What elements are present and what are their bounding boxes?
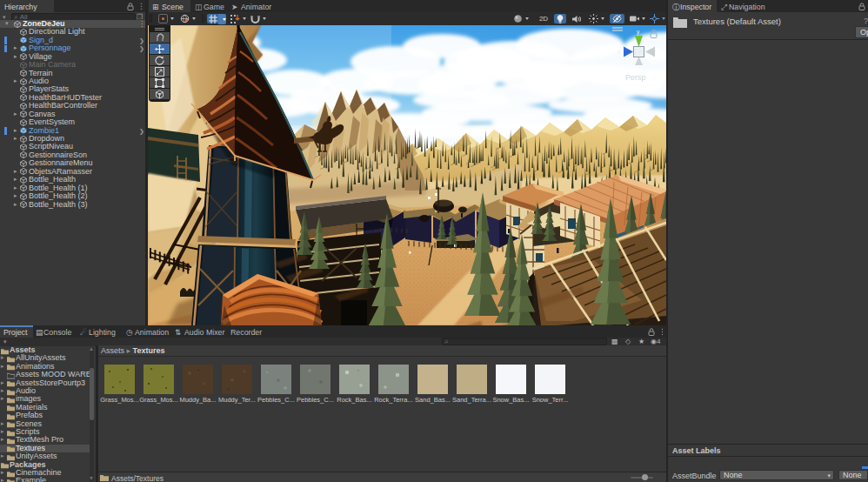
svg-text:y: y (637, 29, 640, 36)
svg-text:z: z (618, 49, 621, 55)
svg-text:Persp: Persp (625, 73, 646, 82)
